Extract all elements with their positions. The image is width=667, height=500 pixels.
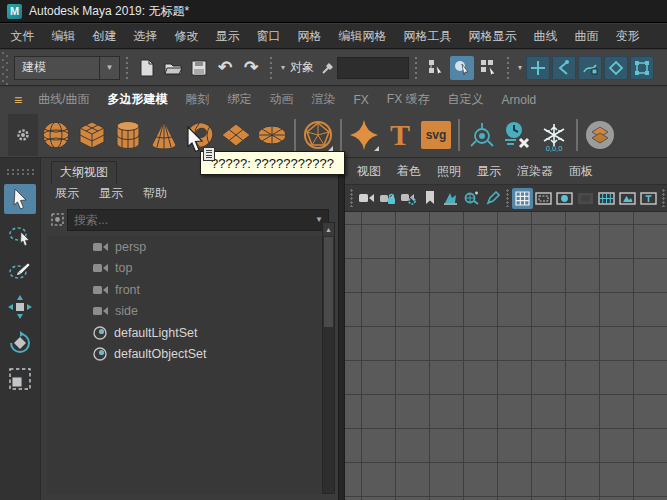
snap-grid-button[interactable] (526, 56, 550, 80)
outliner-menu-help[interactable]: 帮助 (135, 182, 175, 205)
open-scene-button[interactable] (160, 55, 186, 81)
field-chart-button[interactable] (596, 188, 617, 209)
list-item-default-light-set[interactable]: defaultLightSet (47, 322, 323, 344)
sweep-mesh-button[interactable] (582, 116, 618, 154)
outliner-title-tab[interactable]: 大纲视图 (51, 161, 117, 184)
paint-select-tool-button[interactable] (4, 256, 36, 286)
select-by-name-input[interactable] (337, 57, 409, 79)
list-item-default-object-set[interactable]: defaultObjectSet (47, 344, 323, 366)
outliner-search-input[interactable] (68, 213, 310, 227)
shelf-tab-rigging[interactable]: 绑定 (219, 87, 261, 112)
gate-mask-button[interactable] (575, 188, 596, 209)
poly-cone-button[interactable] (146, 116, 182, 154)
grease-pencil-button[interactable] (482, 188, 503, 209)
poly-disc-button[interactable] (254, 116, 290, 154)
shelf-tab-sculpting[interactable]: 雕刻 (177, 87, 219, 112)
resolution-gate-button[interactable] (554, 188, 575, 209)
type-button[interactable]: T (382, 116, 418, 154)
snap-plane-button[interactable] (604, 56, 628, 80)
viewport-menu-panels[interactable]: 面板 (561, 159, 601, 184)
super-shape-button[interactable] (346, 116, 382, 154)
svg-button[interactable]: svg (418, 116, 454, 154)
menu-deform[interactable]: 变形 (607, 24, 648, 49)
shelf-tab-custom[interactable]: 自定义 (439, 87, 493, 112)
menu-edit-mesh[interactable]: 编辑网格 (330, 24, 395, 49)
viewport-canvas[interactable] (345, 212, 667, 500)
construction-plane-button[interactable] (464, 116, 500, 154)
menu-modify[interactable]: 修改 (166, 24, 207, 49)
viewport-menu-shading[interactable]: 着色 (389, 159, 429, 184)
freeze-transform-button[interactable]: 0,0,0 (536, 116, 572, 154)
shelf-tab-curves-surfaces[interactable]: 曲线/曲面 (29, 87, 98, 112)
image-plane-button[interactable] (440, 188, 461, 209)
outliner-search-field[interactable]: ▼ (67, 209, 329, 231)
shelf-tab-animation[interactable]: 动画 (261, 87, 303, 112)
scrollbar-thumb[interactable] (324, 237, 333, 327)
chevron-down-icon[interactable]: ▾ (518, 63, 522, 72)
poly-plane-button[interactable] (218, 116, 254, 154)
menu-curves[interactable]: 曲线 (525, 24, 566, 49)
bookmark-button[interactable] (419, 188, 440, 209)
new-scene-button[interactable] (134, 55, 160, 81)
camera-attrs-button[interactable] (398, 188, 419, 209)
rotate-tool-button[interactable] (4, 328, 36, 358)
select-tool-button[interactable] (4, 184, 36, 214)
save-scene-button[interactable] (186, 55, 212, 81)
shelf-tab-fx[interactable]: FX (345, 89, 378, 111)
scale-tool-button[interactable] (4, 364, 36, 394)
menu-mesh-tools[interactable]: 网格工具 (395, 24, 460, 49)
shelf-tab-poly-modeling[interactable]: 多边形建模 (99, 87, 177, 112)
platonic-solid-button[interactable] (300, 116, 336, 154)
poly-cylinder-button[interactable] (110, 116, 146, 154)
list-item-side[interactable]: side (47, 301, 323, 323)
grid-button[interactable] (512, 188, 533, 209)
camera-lock-button[interactable] (377, 188, 398, 209)
shelf-tab-arnold[interactable]: Arnold (493, 89, 546, 111)
outliner-scrollbar[interactable]: ▲ (322, 222, 335, 494)
lasso-tool-button[interactable] (4, 220, 36, 250)
select-hierarchy-button[interactable] (424, 56, 448, 80)
shelf-tab-fx-caching[interactable]: FX 缓存 (378, 87, 439, 112)
redo-button[interactable]: ↷ (238, 55, 264, 81)
menu-display[interactable]: 显示 (207, 24, 248, 49)
undo-button[interactable]: ↶ (212, 55, 238, 81)
menu-set-dropdown[interactable]: 建模 ▼ (14, 56, 120, 80)
select-component-button[interactable] (476, 56, 500, 80)
viewport-menu-show[interactable]: 显示 (469, 159, 509, 184)
viewport-menu-view[interactable]: 视图 (349, 159, 389, 184)
safe-title-button[interactable] (638, 188, 659, 209)
make-live-button[interactable] (630, 56, 654, 80)
outliner-menu-display[interactable]: 展示 (47, 182, 87, 205)
list-item-persp[interactable]: persp (47, 236, 323, 258)
shelf-tab-rendering[interactable]: 渲染 (303, 87, 345, 112)
film-gate-button[interactable] (533, 188, 554, 209)
poly-sphere-button[interactable] (38, 116, 74, 154)
filter-icon[interactable] (47, 210, 67, 230)
menu-edit[interactable]: 编辑 (43, 24, 84, 49)
delete-history-button[interactable] (500, 116, 536, 154)
snap-curve-button[interactable] (552, 56, 576, 80)
poly-cube-button[interactable] (74, 116, 110, 154)
move-tool-button[interactable] (4, 292, 36, 322)
menu-select[interactable]: 选择 (125, 24, 166, 49)
menu-file[interactable]: 文件 (2, 24, 43, 49)
outliner-menu-show[interactable]: 显示 (91, 182, 131, 205)
menu-mesh[interactable]: 网格 (289, 24, 330, 49)
menu-mesh-display[interactable]: 网格显示 (460, 24, 525, 49)
safe-action-button[interactable] (617, 188, 638, 209)
gear-icon[interactable] (15, 127, 31, 143)
menu-windows[interactable]: 窗口 (248, 24, 289, 49)
menu-surfaces[interactable]: 曲面 (566, 24, 607, 49)
list-item-top[interactable]: top (47, 258, 323, 280)
shelf-menu-icon[interactable]: ≡ (0, 92, 29, 108)
panel-divider[interactable] (338, 158, 345, 500)
menu-create[interactable]: 创建 (84, 24, 125, 49)
toolbar-grip[interactable] (0, 50, 10, 85)
viewport-menu-lighting[interactable]: 照明 (429, 159, 469, 184)
pan-zoom-button[interactable] (461, 188, 482, 209)
toolbox-grip[interactable] (6, 168, 34, 176)
snap-point-button[interactable] (578, 56, 602, 80)
chevron-down-icon[interactable]: ▾ (281, 63, 285, 72)
list-item-front[interactable]: front (47, 279, 323, 301)
scroll-up-icon[interactable]: ▲ (323, 223, 334, 236)
